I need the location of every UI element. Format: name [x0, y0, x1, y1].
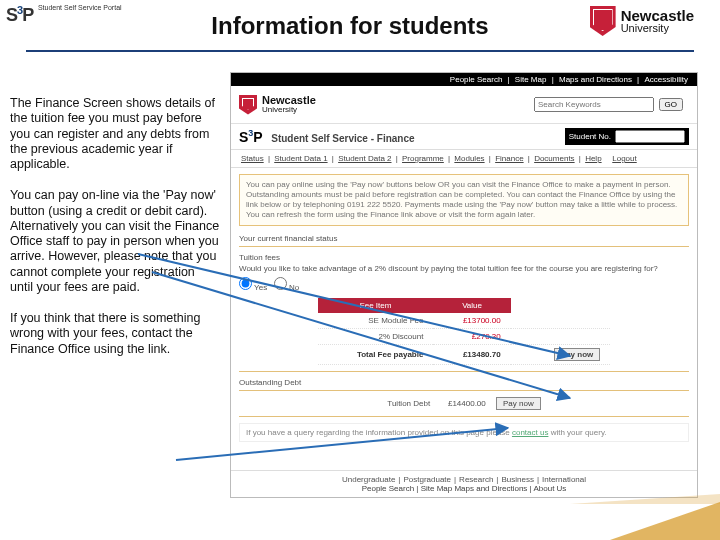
pay-now-button-debt[interactable]: Pay now: [496, 397, 541, 410]
table-row: SE Module Fee£13700.00: [318, 313, 611, 329]
portal-topnav: People Search | Site Map | Maps and Dire…: [231, 73, 697, 86]
title-divider: [26, 50, 694, 52]
portal-s3p-logo: S3P: [239, 129, 263, 145]
s3p-logo: S3P Student Self Service Portal: [6, 4, 122, 26]
search-input[interactable]: [534, 97, 654, 112]
fee-table: Fee ItemValue SE Module Fee£13700.00 2% …: [318, 298, 611, 365]
search-go-button[interactable]: GO: [659, 98, 683, 111]
total-row: Total Fee payable£13480.70Pay now: [318, 345, 611, 365]
debt-value: £14400.00: [448, 399, 486, 408]
radio-yes[interactable]: Yes: [239, 283, 267, 292]
info-box: You can pay online using the 'Pay now' b…: [239, 174, 689, 226]
query-box: If you have a query regarding the inform…: [239, 423, 689, 442]
portal-newcastle-logo: Newcastle University: [239, 95, 316, 115]
portal-subtitle: Student Self Service - Finance: [271, 133, 414, 144]
portal-subnav: Status | Student Data 1 | Student Data 2…: [231, 149, 697, 168]
debt-item: Tuition Debt: [387, 399, 430, 408]
portal-footer: Undergraduate|Postgraduate|Research|Busi…: [231, 470, 697, 497]
student-no-input[interactable]: [615, 130, 685, 143]
corner-accent: [610, 502, 720, 540]
paragraph-2: You can pay on-line via the 'Pay now' bu…: [10, 188, 220, 295]
explanatory-text: The Finance Screen shows details of the …: [10, 96, 220, 373]
outstanding-label: Outstanding Debt: [239, 378, 689, 387]
paragraph-1: The Finance Screen shows details of the …: [10, 96, 220, 172]
student-no-box: Student No.: [565, 128, 689, 145]
paragraph-3: If you think that there is something wro…: [10, 311, 220, 357]
shield-icon: [239, 95, 257, 115]
shield-icon: [590, 6, 616, 36]
contact-us-link[interactable]: contact us: [512, 428, 548, 437]
table-row: 2% Discount£270.30: [318, 329, 611, 345]
status-label: Your current financial status: [239, 234, 689, 243]
pay-now-button[interactable]: Pay now: [554, 348, 600, 361]
tuition-label: Tuition fees: [239, 253, 689, 262]
discount-question: Would you like to take advantage of a 2%…: [239, 264, 689, 273]
radio-no[interactable]: No: [274, 283, 299, 292]
newcastle-logo: Newcastle University: [590, 6, 694, 36]
portal-screenshot: People Search | Site Map | Maps and Dire…: [230, 72, 698, 498]
